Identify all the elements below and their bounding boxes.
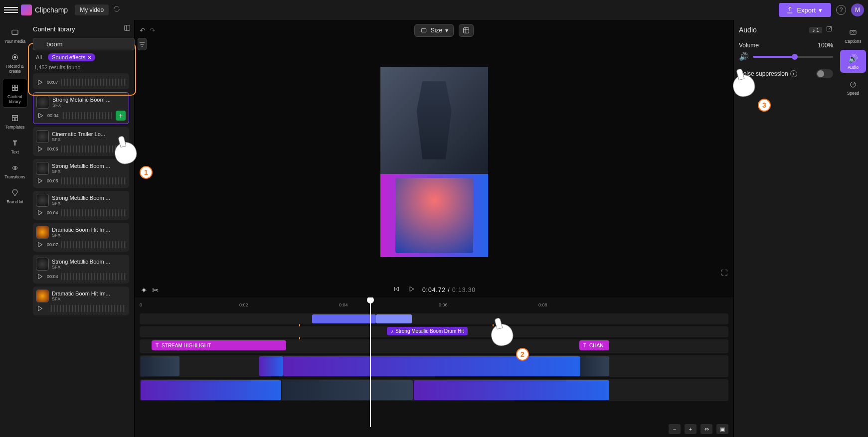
fullscreen-button[interactable] [720,269,728,279]
sfx-item[interactable]: Strong Metallic Boom ... SFX 00:05 [33,159,129,188]
audio-track-1[interactable] [140,313,728,324]
volume-slider[interactable] [753,56,833,58]
rrail-captions[interactable]: CC Captions [840,24,866,47]
playhead[interactable] [370,297,371,427]
video-track-2[interactable] [140,379,728,401]
svg-text:CC: CC [852,31,855,34]
fit-button[interactable]: ⇔ [700,424,712,434]
sfx-play-button[interactable] [36,304,44,312]
rail-label: Content library [2,94,27,104]
chevron-down-icon: ▾ [819,6,822,14]
rail-content-library[interactable]: Content library [2,79,28,108]
sfx-play-button[interactable] [36,78,44,86]
undo-button[interactable]: ↶ [140,26,146,34]
text-clip-b[interactable]: T CHAN [579,340,609,350]
time-total: 0:13.30 [452,287,476,293]
sfx-play-button[interactable] [36,145,44,153]
sfx-play-button[interactable] [36,273,44,281]
text-clip-b-label: CHAN [589,343,603,348]
audio-clip-a[interactable] [312,314,376,323]
sfx-list[interactable]: 00:07 Strong Metallic Boom ... SFX 00:04… [33,73,131,433]
sfx-thumbnail [36,194,49,207]
size-button[interactable]: Size ▾ [414,24,454,37]
menu-button[interactable] [4,3,18,17]
preview-bottom [380,174,488,257]
video-clip[interactable] [282,380,413,400]
sfx-item[interactable]: Strong Metallic Boom ... SFX 00:04 + [33,92,129,124]
help-button[interactable]: ? [836,5,846,15]
ruler-tick: 0:02 [239,302,248,307]
sfx-item[interactable]: Strong Metallic Boom ... SFX 00:04 [33,191,129,220]
video-track-1[interactable] [140,355,728,377]
rail-record-create[interactable]: Record & create [2,49,28,77]
sfx-item[interactable]: Strong Metallic Boom ... SFX 00:04 [33,255,129,284]
sfx-play-button[interactable] [36,209,44,217]
size-label: Size [431,27,442,34]
sfx-thumbnail [36,96,49,109]
rail-transitions[interactable]: Transitions [2,159,28,182]
sfx-play-button[interactable] [36,241,44,249]
zoom-out-button[interactable]: − [669,424,681,434]
sfx-item[interactable]: Cinematic Trailer Lo... SFX 00:06 [33,127,129,156]
noise-suppression-toggle[interactable] [816,69,833,78]
panel-title: Content library [33,25,75,33]
speaker-icon[interactable]: 🔊 [739,52,749,61]
add-to-timeline-button[interactable]: + [116,111,126,121]
video-clip[interactable] [580,356,609,376]
user-avatar[interactable]: M [851,3,864,16]
rail-label: Transitions [4,174,25,179]
video-clip[interactable] [141,356,179,376]
sfx-play-button[interactable] [36,177,44,185]
aspect-button[interactable] [459,24,474,37]
chip-all[interactable]: All [33,53,45,61]
speed-icon [848,79,859,90]
zoom-in-button[interactable]: + [685,424,696,434]
timeline-ruler[interactable]: 00:020:040:060:08 [140,300,728,310]
rail-brand-kit[interactable]: Brand kit [2,184,28,207]
redo-button[interactable]: ↷ [150,26,156,34]
preview-area[interactable] [135,41,733,283]
audio-panel-title: Audio [739,26,806,34]
time-current: 0:04.72 [422,287,446,293]
text-track[interactable]: T STREAM HIGHLIGHT T CHAN [140,339,728,353]
sparkle-button[interactable]: ✦ [141,286,147,295]
info-icon[interactable]: i [790,70,797,77]
video-clip[interactable] [283,356,580,376]
svg-rect-11 [421,29,426,32]
project-name[interactable]: My video [75,4,109,15]
sfx-title: Strong Metallic Boom ... [52,163,110,169]
audio-track-2[interactable]: ♪ Strong Metallic Boom Drum Hit [140,326,728,337]
rrail-audio[interactable]: 🔊 Audio [840,50,866,73]
timeline[interactable]: 00:020:040:060:08 ♪ Strong Metallic Boom… [135,297,733,437]
chip-remove-icon[interactable]: ✕ [87,55,91,60]
sfx-item[interactable]: 00:07 [33,73,129,89]
export-button[interactable]: Export ▾ [779,3,831,17]
rrail-speed[interactable]: Speed [840,76,866,99]
sfx-thumbnail [36,290,49,302]
timeline-settings-button[interactable]: ▣ [716,424,728,434]
popout-button[interactable] [825,25,833,35]
search-input[interactable] [33,38,135,50]
chip-sound-effects[interactable]: Sound effects ✕ [48,53,95,61]
sfx-item[interactable]: Dramatic Boom Hit Im... SFX 00:07 [33,223,129,252]
rail-label: Templates [5,125,25,130]
audio-pill[interactable]: ♪ Strong Metallic Boom Drum Hit [387,327,468,335]
sfx-waveform [50,305,126,312]
video-clip[interactable] [259,356,283,376]
sfx-item[interactable]: Dramatic Boom Hit Im... SFX [33,287,129,315]
play-button[interactable] [407,285,415,295]
sfx-duration: 00:04 [47,113,59,118]
svg-rect-7 [12,116,18,117]
rail-text[interactable]: T Text [2,135,28,157]
prev-frame-button[interactable] [392,285,400,295]
video-clip[interactable] [414,380,609,400]
text-clip-a[interactable]: T STREAM HIGHLIGHT [152,340,286,350]
svg-rect-9 [15,118,18,121]
split-button[interactable]: ✂ [152,286,159,295]
rail-templates[interactable]: Templates [2,110,28,133]
rail-your-media[interactable]: Your media [2,24,28,47]
collapse-panel-button[interactable] [123,24,131,34]
sfx-play-button[interactable] [36,112,44,120]
audio-clip-b[interactable] [376,314,412,323]
video-clip[interactable] [141,380,281,400]
